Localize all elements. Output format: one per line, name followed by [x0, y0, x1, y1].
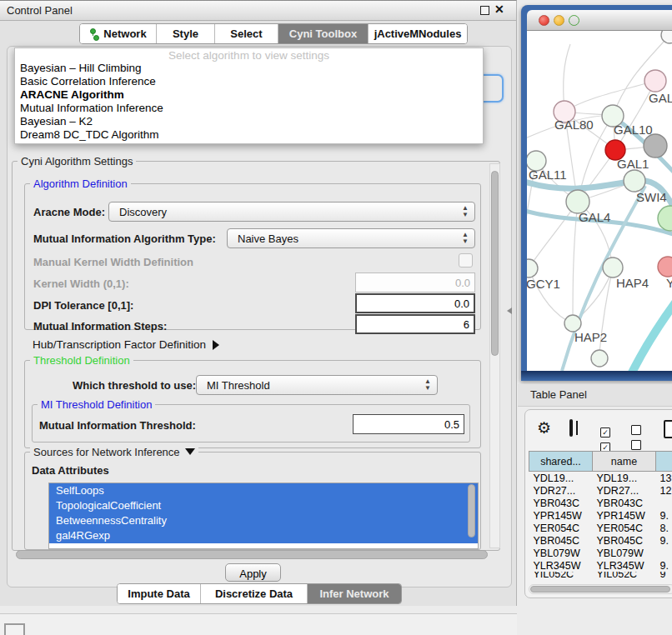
mi-threshold-label: Mutual Information Threshold:: [39, 419, 196, 432]
network-icon: [89, 28, 99, 40]
cyni-algorithm-settings-group: Cyni Algorithm Settings Algorithm Defini…: [12, 161, 500, 551]
aracne-mode-label: Aracne Mode:: [33, 206, 105, 218]
table-row[interactable]: YIL052CYIL052C9: [529, 572, 672, 578]
table-row[interactable]: YDR27...YDR27...12: [529, 484, 672, 497]
algorithm-definition-group: Algorithm Definition Aracne Mode: Discov…: [24, 183, 481, 330]
node-gal-pink[interactable]: [644, 70, 666, 92]
node-gray-hub[interactable]: [644, 134, 667, 158]
node-hap2[interactable]: [564, 315, 581, 332]
table-row[interactable]: YBL079WYBL079W: [529, 547, 672, 559]
dropdown-item[interactable]: Bayesian – K2: [20, 115, 93, 128]
tab-infer-network[interactable]: Infer Network: [308, 584, 401, 603]
minimized-panel-icon[interactable]: [4, 623, 25, 635]
deselect-all-columns-icon[interactable]: [631, 423, 644, 453]
node-partial-bottom[interactable]: [591, 350, 608, 367]
chevron-down-icon: [185, 448, 195, 455]
node-table[interactable]: shared... name A YDL19...YDL19...13 YDR2…: [529, 451, 672, 578]
list-item[interactable]: SelfLoops: [49, 483, 478, 498]
select-all-columns-icon[interactable]: ✓✓: [600, 423, 613, 453]
dropdown-item[interactable]: Bayesian – Hill Climbing: [20, 62, 142, 74]
kernel-width-label: Kernel Width (0,1):: [33, 278, 129, 290]
mi-algorithm-type-select[interactable]: Naive Bayes ▲▼: [227, 228, 475, 248]
network-window-titlebar: [527, 10, 672, 31]
dropdown-item[interactable]: Mutual Information Inference: [20, 102, 163, 114]
network-canvas[interactable]: GAL GAL80 GAL10 GAL1 GAL11 SWI4 GAL4 GCY…: [527, 31, 672, 371]
stepper-arrows-icon: ▲▼: [462, 205, 469, 218]
column-header-name[interactable]: name: [593, 452, 656, 472]
mi-threshold-field[interactable]: [353, 414, 464, 434]
data-attributes-list[interactable]: SelfLoops TopologicalCoefficient Between…: [48, 482, 479, 549]
selected-value: MI Threshold: [207, 379, 270, 392]
gear-icon[interactable]: ⚙: [537, 420, 551, 436]
export-table-icon[interactable]: [664, 420, 672, 438]
tab-discretize-data[interactable]: Discretize Data: [201, 584, 308, 603]
manual-kernel-width-checkbox[interactable]: [459, 253, 473, 268]
table-panel-titlebar: Table Panel: [518, 384, 672, 407]
settings-vscrollbar[interactable]: [489, 163, 500, 548]
threshold-definition-group: Threshold Definition Which threshold to …: [24, 360, 481, 448]
settings-hscrollbar-thumb[interactable]: [16, 550, 488, 559]
columns-icon[interactable]: [569, 419, 573, 437]
hub-definition-expander[interactable]: Hub/Transcription Factor Definition: [33, 338, 219, 351]
network-graph: GAL GAL80 GAL10 GAL1 GAL11 SWI4 GAL4 GCY…: [527, 31, 672, 371]
panel-divider-collapse-handle[interactable]: [507, 308, 512, 314]
data-attributes-label: Data Attributes: [32, 464, 109, 477]
node-partial-top[interactable]: [661, 31, 672, 43]
node-hap4[interactable]: [603, 258, 623, 278]
dropdown-item[interactable]: Basic Correlation Inference: [20, 75, 156, 88]
node-salmon[interactable]: [658, 257, 672, 277]
tab-select[interactable]: Select: [215, 24, 278, 43]
node-label: HAP4: [616, 276, 649, 290]
control-panel-titlebar: Control Panel ✕: [0, 1, 516, 21]
table-hscrollbar-thumb[interactable]: [530, 586, 670, 592]
table-hscrollbar[interactable]: [529, 584, 672, 594]
float-window-icon[interactable]: [480, 6, 489, 15]
column-header-partial[interactable]: A: [656, 452, 672, 472]
manual-kernel-width-label: Manual Kernel Width Definition: [33, 256, 193, 268]
algorithm-dropdown: Select algorithm to view settings Bayesi…: [14, 48, 484, 144]
node-gcy1[interactable]: [527, 259, 538, 278]
close-icon[interactable]: ✕: [494, 2, 504, 16]
minimize-traffic-light[interactable]: [554, 15, 564, 26]
sources-group: Sources for Network Inference Data Attri…: [24, 452, 481, 550]
dropdown-item-selected[interactable]: ARACNE Algorithm: [20, 88, 124, 101]
settings-vscrollbar-thumb[interactable]: [491, 171, 499, 356]
column-header-shared-name[interactable]: shared...: [529, 452, 593, 472]
tab-jactivemnodules[interactable]: jActiveMNodules: [369, 24, 467, 43]
list-item[interactable]: gal4RGexp: [49, 528, 478, 543]
expander-label: Hub/Transcription Factor Definition: [33, 338, 206, 351]
table-row[interactable]: YLR345WYLR345W9.: [529, 559, 672, 572]
apply-button[interactable]: Apply: [225, 563, 281, 582]
tab-impute-data[interactable]: Impute Data: [118, 584, 201, 603]
group-title: Sources for Network Inference: [30, 446, 198, 458]
tab-style[interactable]: Style: [157, 24, 215, 43]
which-threshold-select[interactable]: MI Threshold ▲▼: [196, 375, 438, 395]
tab-network[interactable]: Network: [80, 24, 157, 43]
list-scrollbar-thumb[interactable]: [468, 484, 475, 538]
node-swi4[interactable]: [624, 170, 645, 192]
table-row[interactable]: YDL19...YDL19...13: [529, 472, 672, 485]
dropdown-item[interactable]: Dream8 DC_TDC Algorithm: [20, 128, 159, 141]
list-item[interactable]: TopologicalCoefficient: [49, 498, 478, 513]
node-big-green[interactable]: [658, 206, 672, 231]
chevron-right-icon: [213, 340, 219, 350]
control-panel-title: Control Panel: [7, 4, 73, 17]
group-title: Algorithm Definition: [30, 178, 131, 190]
close-traffic-light[interactable]: [539, 15, 549, 26]
node-label: GAL1: [617, 157, 649, 171]
tab-label: Network: [103, 28, 146, 40]
mi-steps-field[interactable]: [355, 314, 475, 334]
control-panel-tabbar: Network Style Select Cyni Toolbox jActiv…: [79, 23, 468, 44]
which-threshold-label: Which threshold to use:: [73, 379, 196, 392]
table-row[interactable]: YPR145WYPR145W9.: [529, 509, 672, 522]
table-row[interactable]: YBR043CYBR043C: [529, 497, 672, 509]
aracne-mode-select[interactable]: Discovery ▲▼: [108, 202, 475, 222]
table-row[interactable]: YBR045CYBR045C9.: [529, 534, 672, 547]
table-row[interactable]: YER054CYER054C8.: [529, 522, 672, 534]
zoom-traffic-light[interactable]: [569, 15, 579, 26]
tab-cyni-toolbox[interactable]: Cyni Toolbox: [278, 24, 369, 43]
node-label: Y: [666, 276, 672, 290]
list-item[interactable]: BetweennessCentrality: [49, 513, 478, 528]
dpi-tolerance-field[interactable]: [355, 293, 475, 313]
kernel-width-field[interactable]: [355, 272, 475, 292]
